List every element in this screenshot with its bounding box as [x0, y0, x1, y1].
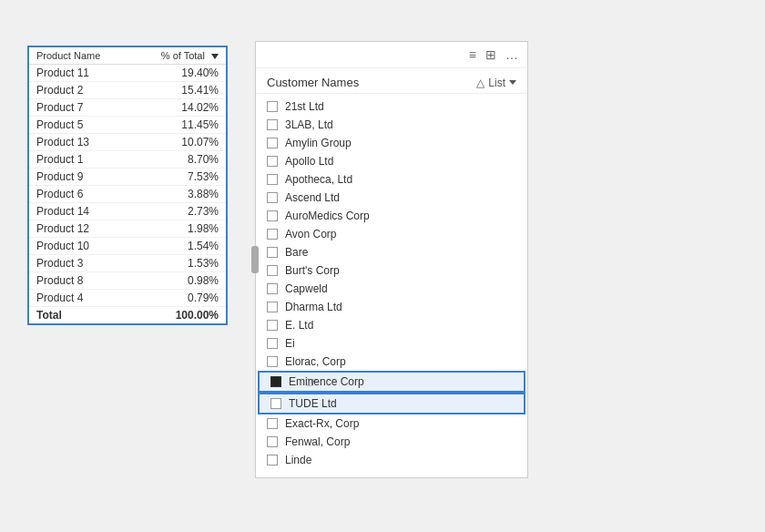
customer-checkbox[interactable] [267, 192, 278, 203]
table-row[interactable]: Product 63.88% [29, 186, 226, 203]
customer-checkbox[interactable] [267, 156, 278, 167]
customer-filter-panel: ≡ ⊞ … Customer Names △ List 21st Ltd3LAB… [255, 41, 528, 478]
hamburger-icon[interactable]: ≡ [467, 46, 478, 64]
customer-checkbox[interactable] [267, 418, 278, 429]
table-row[interactable]: Product 31.53% [29, 255, 226, 272]
customer-checkbox[interactable] [267, 436, 278, 447]
customer-list-item[interactable]: Ei [256, 334, 527, 353]
product-name-cell: Product 13 [29, 134, 132, 151]
product-name-cell: Product 12 [29, 220, 132, 238]
customer-name-text: 3LAB, Ltd [285, 118, 333, 131]
pct-value-cell: 2.73% [132, 203, 226, 220]
pct-header[interactable]: % of Total [132, 47, 226, 65]
customer-list-item[interactable]: Eminence Corp☞ [258, 371, 525, 393]
customer-name-text: Elorac, Corp [285, 355, 346, 368]
customer-list-item[interactable]: Linde [256, 451, 527, 469]
customer-checkbox[interactable] [267, 338, 278, 349]
customer-name-text: Linde [285, 454, 311, 466]
customer-list-item[interactable]: Bare [256, 243, 527, 261]
customer-name-text: Ascend Ltd [285, 191, 340, 204]
customer-checkbox[interactable] [267, 174, 278, 185]
customer-checkbox[interactable] [267, 210, 278, 221]
customer-name-text: E. Ltd [285, 319, 313, 332]
customer-list-item[interactable]: Dharma Ltd [256, 298, 527, 316]
customer-list-item[interactable]: Exact-Rx, Corp [256, 414, 527, 433]
pct-value-cell: 11.45% [132, 117, 226, 134]
customer-checkbox[interactable] [267, 320, 278, 331]
customer-checkbox[interactable] [267, 119, 278, 130]
table-row[interactable]: Product 215.41% [29, 82, 226, 99]
product-name-cell: Product 1 [29, 151, 132, 169]
table-row[interactable]: Product 1310.07% [29, 134, 226, 151]
customer-list-item[interactable]: Ascend Ltd [256, 189, 527, 207]
customer-list-item[interactable]: TUDE Ltd [258, 393, 525, 414]
product-name-cell: Product 3 [29, 255, 132, 272]
customer-list-item[interactable]: Fenwal, Corp [256, 433, 527, 451]
pct-value-cell: 3.88% [132, 186, 226, 203]
customer-list-item[interactable]: Burt's Corp [256, 261, 527, 280]
customer-names-label: Customer Names [267, 76, 359, 89]
customer-name-text: Avon Corp [285, 228, 336, 240]
customer-list-item[interactable]: 21st Ltd [256, 97, 527, 116]
customer-list-item[interactable]: AuroMedics Corp [256, 207, 527, 225]
table-row[interactable]: Product 101.54% [29, 238, 226, 255]
customer-name-text: TUDE Ltd [289, 397, 337, 410]
customer-name-text: Ei [285, 337, 295, 350]
customer-checkbox[interactable] [267, 283, 278, 294]
panel-header: Customer Names △ List [256, 68, 527, 94]
pct-value-cell: 14.02% [132, 99, 226, 117]
panel-topbar: ≡ ⊞ … [256, 42, 527, 68]
more-icon[interactable]: … [504, 46, 520, 64]
customer-list-item[interactable]: Avon Corp [256, 225, 527, 243]
customer-list-item[interactable]: Elorac, Corp [256, 353, 527, 371]
customer-checkbox[interactable] [267, 247, 278, 258]
customer-checkbox[interactable] [267, 455, 278, 466]
customer-name-text: Dharma Ltd [285, 301, 342, 313]
product-name-cell: Product 2 [29, 82, 132, 99]
total-pct: 100.00% [132, 307, 226, 324]
customer-name-text: Capweld [285, 282, 328, 295]
sort-ascending-icon: △ [476, 77, 484, 89]
table-row[interactable]: Product 142.73% [29, 203, 226, 220]
table-row[interactable]: Product 18.70% [29, 151, 226, 169]
customer-checkbox[interactable] [270, 398, 281, 409]
customer-list-item[interactable]: Capweld [256, 280, 527, 298]
product-name-cell: Product 4 [29, 290, 132, 307]
customer-checkbox[interactable] [270, 376, 281, 387]
customer-checkbox[interactable] [267, 138, 278, 148]
customer-checkbox[interactable] [267, 356, 278, 367]
customer-list-item[interactable]: Apollo Ltd [256, 152, 527, 170]
customer-checkbox[interactable] [267, 265, 278, 276]
table-row[interactable]: Product 80.98% [29, 272, 226, 290]
table-row[interactable]: Product 714.02% [29, 99, 226, 117]
list-toggle-button[interactable]: △ List [476, 77, 516, 89]
main-container: Product Name % of Total Product 1119.40%… [0, 0, 765, 532]
sort-icon [211, 54, 219, 59]
customer-checkbox[interactable] [267, 229, 278, 240]
table-row[interactable]: Product 97.53% [29, 169, 226, 186]
pct-value-cell: 1.53% [132, 255, 226, 272]
grid-icon[interactable]: ⊞ [484, 46, 498, 64]
customer-name-text: 21st Ltd [285, 100, 324, 113]
customer-checkbox[interactable] [267, 101, 278, 112]
table-row[interactable]: Product 511.45% [29, 117, 226, 134]
customer-name-text: AuroMedics Corp [285, 210, 370, 222]
customer-list-item[interactable]: 3LAB, Ltd [256, 116, 527, 134]
pct-value-cell: 15.41% [132, 82, 226, 99]
table-row[interactable]: Product 40.79% [29, 290, 226, 307]
customer-name-text: Amylin Group [285, 137, 352, 149]
customer-checkbox[interactable] [267, 302, 278, 312]
table-row[interactable]: Product 1119.40% [29, 65, 226, 82]
customer-name-text: Apollo Ltd [285, 155, 333, 168]
pct-value-cell: 1.54% [132, 238, 226, 255]
customer-list-item[interactable]: Apotheca, Ltd [256, 170, 527, 189]
product-name-cell: Product 11 [29, 65, 132, 82]
product-name-cell: Product 14 [29, 203, 132, 220]
pct-value-cell: 10.07% [132, 134, 226, 151]
table-row[interactable]: Product 121.98% [29, 220, 226, 238]
customer-name-text: Exact-Rx, Corp [285, 417, 359, 430]
product-name-header[interactable]: Product Name [29, 47, 132, 65]
customer-list-item[interactable]: Amylin Group [256, 134, 527, 152]
list-label: List [488, 77, 505, 89]
customer-list-item[interactable]: E. Ltd [256, 316, 527, 334]
